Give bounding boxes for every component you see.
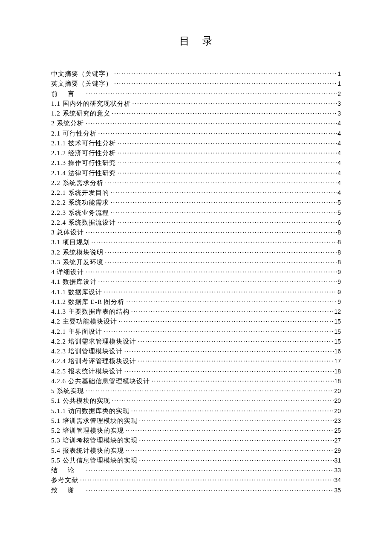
toc-leader-dots [110, 396, 334, 406]
toc-entry-label: 2.2 系统需求分析 [51, 178, 104, 188]
toc-leader-dots [138, 456, 334, 465]
toc-entry-label: 3.3 系统开发环境 [51, 257, 104, 267]
toc-entry-page: 4 [337, 179, 341, 188]
toc-leader-dots [109, 208, 337, 218]
toc-entry-label: 3.1 项目规划 [51, 237, 90, 247]
toc-entry-page: 20 [334, 387, 341, 396]
toc-leader-dots [84, 386, 334, 396]
toc-entry: 结论33 [51, 465, 341, 475]
toc-entry-page: 4 [337, 188, 341, 198]
toc-leader-dots [123, 367, 334, 376]
toc-entry-page: 33 [334, 466, 341, 475]
toc-entry-page: 18 [334, 377, 341, 386]
toc-entry: 4.1.3 主要数据库表的结构12 [51, 307, 341, 317]
toc-leader-dots [84, 486, 334, 495]
toc-entry: 4 详细设计9 [51, 267, 341, 277]
toc-leader-dots [112, 79, 337, 89]
toc-leader-dots [136, 356, 334, 366]
toc-leader-dots [84, 89, 337, 99]
toc-leader-dots [124, 446, 334, 456]
toc-entry: 2 系统分析4 [51, 119, 341, 128]
toc-entry-label: 2 系统分析 [51, 119, 84, 128]
toc-entry: 5.3 培训考核管理模块的实现27 [51, 436, 341, 445]
toc-entry: 2.1.4 法律可行性研究4 [51, 168, 341, 178]
toc-entry-label: 4.1 数据库设计 [51, 277, 97, 287]
toc-entry: 2.2.2 系统功能需求5 [51, 198, 341, 208]
toc-leader-dots [90, 237, 338, 247]
toc-leader-dots [84, 465, 334, 475]
toc-entry-page: 9 [337, 278, 341, 287]
toc-entry: 5.5 公共信息管理模块的实现31 [51, 456, 341, 465]
toc-leader-dots [104, 257, 338, 267]
toc-entry: 英文摘要（关键字）1 [51, 79, 341, 89]
toc-entry-page: 17 [334, 357, 341, 366]
toc-leader-dots [102, 287, 337, 297]
toc-list: 中文摘要（关键字）1英文摘要（关键字）1前言21.1 国内外的研究现状分析31.… [51, 69, 341, 495]
toc-entry-label: 5.5 公共信息管理模块的实现 [51, 456, 138, 465]
toc-entry: 4.2.2 培训需求管理模块设计15 [51, 337, 341, 347]
toc-entry-page: 35 [334, 486, 341, 495]
toc-entry-label: 2.2.4 系统数据流设计 [51, 218, 116, 228]
toc-entry-page: 4 [337, 139, 341, 148]
toc-entry: 2.2 系统需求分析4 [51, 178, 341, 188]
toc-entry-label: 5.1 培训需求管理模块的实现 [51, 416, 138, 426]
toc-entry-page: 12 [334, 307, 341, 317]
toc-entry-page: 25 [334, 426, 341, 436]
toc-leader-dots [123, 347, 334, 356]
toc-entry: 4.2 主要功能模块设计15 [51, 317, 341, 327]
toc-leader-dots [84, 119, 337, 128]
toc-entry-label: 4.2 主要功能模块设计 [51, 317, 117, 327]
toc-entry-label: 4.1.1 数据库设计 [51, 287, 102, 297]
toc-entry-label: 英文摘要（关键字） [51, 79, 112, 89]
toc-entry-label: 2.1.2 经济可行性分析 [51, 148, 116, 158]
toc-entry-page: 2 [337, 90, 341, 99]
toc-entry: 3 总体设计8 [51, 228, 341, 237]
toc-entry-page: 3 [337, 99, 341, 109]
toc-leader-dots [130, 406, 334, 416]
toc-entry-label: 4.1.2 数据库 E-R 图分析 [51, 297, 124, 307]
toc-entry-page: 15 [334, 317, 341, 327]
toc-entry: 前言2 [51, 89, 341, 99]
toc-entry-page: 4 [337, 149, 341, 158]
toc-entry-label: 4.2.6 公共基础信息管理模块设计 [51, 376, 150, 386]
toc-entry-page: 16 [334, 347, 341, 356]
toc-entry-page: 9 [337, 288, 341, 297]
toc-leader-dots [84, 228, 337, 237]
toc-entry: 3.2 系统模块说明8 [51, 248, 341, 257]
toc-entry-page: 8 [337, 258, 341, 267]
toc-entry-label: 5.1 公共模块的实现 [51, 396, 110, 406]
toc-entry: 致谢35 [51, 486, 341, 495]
toc-leader-dots [109, 188, 337, 198]
toc-entry-page: 23 [334, 416, 341, 426]
toc-entry: 2.1.2 经济可行性分析4 [51, 148, 341, 158]
toc-leader-dots [136, 337, 334, 347]
toc-entry-page: 20 [334, 407, 341, 416]
toc-entry-page: 3 [337, 109, 341, 119]
toc-entry-label: 致谢 [51, 486, 84, 495]
toc-entry: 5.1 公共模块的实现20 [51, 396, 341, 406]
toc-entry-label: 结论 [51, 465, 84, 475]
toc-entry: 2.2.1 系统开发目的4 [51, 188, 341, 198]
toc-leader-dots [102, 327, 334, 337]
toc-entry: 4.2.5 报表统计模块设计18 [51, 367, 341, 376]
toc-entry: 参考文献34 [51, 475, 341, 485]
toc-entry-page: 18 [334, 367, 341, 376]
toc-entry-label: 5.2 培训管理模块的实现 [51, 426, 124, 436]
toc-entry: 5 系统实现20 [51, 386, 341, 396]
toc-entry-label: 2.1 可行性分析 [51, 129, 97, 139]
toc-entry-page: 15 [334, 337, 341, 347]
toc-entry: 5.1 培训需求管理模块的实现23 [51, 416, 341, 426]
toc-leader-dots [84, 267, 337, 277]
toc-leader-dots [116, 168, 337, 178]
toc-title: 目录 [51, 34, 341, 48]
toc-leader-dots [110, 109, 338, 119]
toc-entry: 2.2.4 系统数据流设计6 [51, 218, 341, 228]
toc-entry: 1.1 国内外的研究现状分析3 [51, 99, 341, 109]
toc-entry-label: 4.2.3 培训管理模块设计 [51, 347, 123, 356]
toc-entry-page: 5 [337, 198, 341, 208]
toc-entry-label: 4.1.3 主要数据库表的结构 [51, 307, 130, 317]
toc-entry: 4.1.2 数据库 E-R 图分析9 [51, 297, 341, 307]
toc-entry-label: 参考文献 [51, 475, 78, 485]
toc-leader-dots [130, 307, 334, 317]
toc-leader-dots [109, 198, 337, 208]
